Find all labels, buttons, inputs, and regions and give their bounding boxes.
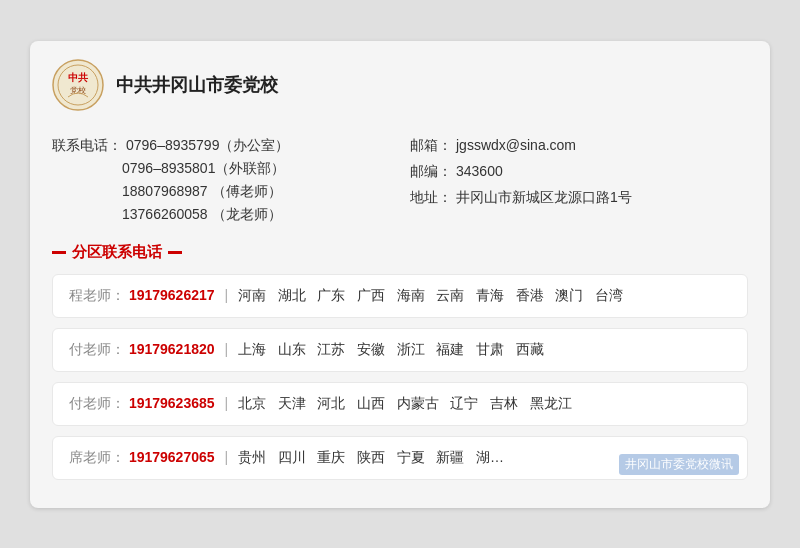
teacher-name-2: 付老师： <box>69 395 125 411</box>
postcode-value: 343600 <box>456 163 503 179</box>
teacher-name-3: 席老师： <box>69 449 125 465</box>
svg-text:党校: 党校 <box>70 86 86 95</box>
regions-3: 贵州 四川 重庆 陕西 宁夏 新疆 湖… <box>238 449 504 465</box>
regions-0: 河南 湖北 广东 广西 海南 云南 青海 香港 澳门 台湾 <box>238 287 623 303</box>
email-value: jgsswdx@sina.com <box>456 137 576 153</box>
teacher-phone-1: 19179621820 <box>129 341 215 357</box>
email-label: 邮箱： <box>410 137 452 155</box>
regions-1: 上海 山东 江苏 安徽 浙江 福建 甘肃 西藏 <box>238 341 544 357</box>
header: 中共 党校 中共井冈山市委党校 <box>52 59 748 121</box>
phone-row-3: 18807968987 （傅老师） <box>52 183 390 201</box>
contact-left: 联系电话： 0796–8935799（办公室） 0796–8935801（外联部… <box>52 137 390 229</box>
phone-row-2: 0796–8935801（外联部） <box>52 160 390 178</box>
postcode-row: 邮编： 343600 <box>410 163 748 181</box>
org-logo: 中共 党校 <box>52 59 104 111</box>
separator-1: | <box>224 341 232 357</box>
teacher-name-0: 程老师： <box>69 287 125 303</box>
postcode-label: 邮编： <box>410 163 452 181</box>
contact-right: 邮箱： jgsswdx@sina.com 邮编： 343600 地址： 井冈山市… <box>410 137 748 229</box>
teacher-name-1: 付老师： <box>69 341 125 357</box>
region-list: 程老师： 19179626217 | 河南 湖北 广东 广西 海南 云南 青海 … <box>52 274 748 480</box>
separator-2: | <box>224 395 232 411</box>
phone1: 0796–8935799（办公室） <box>126 137 289 155</box>
phone-label: 联系电话： <box>52 137 122 155</box>
address-row: 地址： 井冈山市新城区龙源口路1号 <box>410 189 748 207</box>
separator-0: | <box>224 287 232 303</box>
email-row: 邮箱： jgsswdx@sina.com <box>410 137 748 155</box>
svg-point-0 <box>53 60 103 110</box>
teacher-phone-3: 19179627065 <box>129 449 215 465</box>
section-title: 分区联系电话 <box>72 243 162 262</box>
region-block-0: 程老师： 19179626217 | 河南 湖北 广东 广西 海南 云南 青海 … <box>52 274 748 318</box>
watermark: 井冈山市委党校微讯 <box>619 454 739 475</box>
address-label: 地址： <box>410 189 452 207</box>
regions-2: 北京 天津 河北 山西 内蒙古 辽宁 吉林 黑龙江 <box>238 395 572 411</box>
divider-left <box>52 251 66 254</box>
main-card: 中共 党校 中共井冈山市委党校 联系电话： 0796–8935799（办公室） … <box>30 41 770 508</box>
org-name: 中共井冈山市委党校 <box>116 73 278 97</box>
phone-row-1: 联系电话： 0796–8935799（办公室） <box>52 137 390 155</box>
region-block-2: 付老师： 19179623685 | 北京 天津 河北 山西 内蒙古 辽宁 吉林… <box>52 382 748 426</box>
contact-grid: 联系电话： 0796–8935799（办公室） 0796–8935801（外联部… <box>52 137 748 229</box>
phone3: 18807968987 （傅老师） <box>122 183 282 201</box>
region-block-1: 付老师： 19179621820 | 上海 山东 江苏 安徽 浙江 福建 甘肃 … <box>52 328 748 372</box>
teacher-phone-0: 19179626217 <box>129 287 215 303</box>
address-value: 井冈山市新城区龙源口路1号 <box>456 189 632 207</box>
phone4: 13766260058 （龙老师） <box>122 206 282 224</box>
phone2: 0796–8935801（外联部） <box>122 160 285 178</box>
divider-right <box>168 251 182 254</box>
section-divider: 分区联系电话 <box>52 243 748 262</box>
phone-row-4: 13766260058 （龙老师） <box>52 206 390 224</box>
teacher-phone-2: 19179623685 <box>129 395 215 411</box>
separator-3: | <box>224 449 232 465</box>
svg-text:中共: 中共 <box>68 72 89 83</box>
region-block-3: 席老师： 19179627065 | 贵州 四川 重庆 陕西 宁夏 新疆 湖… … <box>52 436 748 480</box>
